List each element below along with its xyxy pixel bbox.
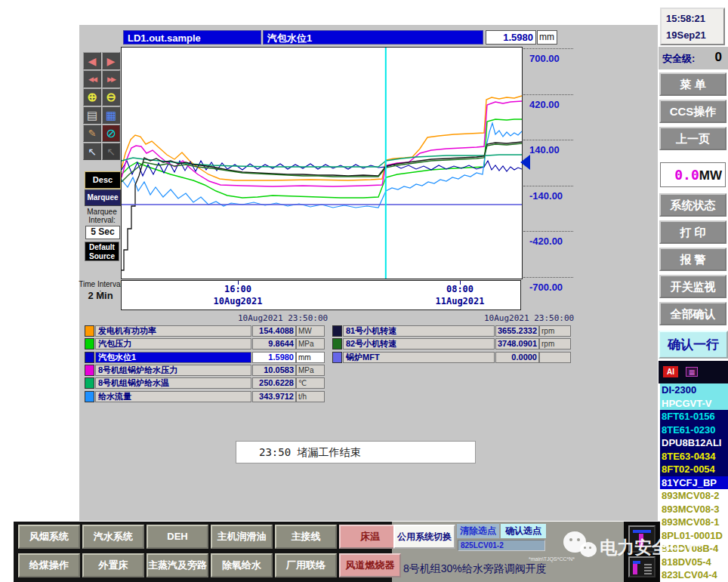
x-tick-date: 11Aug2021 [415, 295, 505, 307]
bottom-nav-button[interactable]: 主机润滑油 [211, 525, 273, 549]
alarm-tag-item[interactable]: 8PL01-0001D [660, 529, 728, 543]
table-row[interactable]: 8号机组锅炉给水温250.6228℃ [0, 377, 728, 389]
y-gridline [523, 186, 573, 186]
ai-alarm-badge[interactable]: AI [663, 366, 678, 377]
bottom-nav-button[interactable]: 厂用联络 [275, 553, 337, 577]
bottom-nav-button[interactable]: 风烟系统 [18, 525, 80, 549]
desc-button[interactable]: Desc [85, 171, 121, 189]
ack-one-line-button[interactable]: 确认一行 [659, 331, 728, 359]
table-row[interactable]: 82号小机转速3748.0901rpm [0, 338, 728, 350]
parameter-name[interactable]: 82号小机转速 [343, 338, 495, 350]
bottom-nav-button[interactable]: DEH [147, 525, 208, 549]
sidebar-button[interactable]: 打 印 [659, 220, 726, 244]
x-tick-time: 16:00 [193, 283, 283, 295]
alarm-tag-item[interactable]: 8TE63-0434 [660, 450, 728, 463]
fast-back-icon[interactable]: ◀◀ [83, 70, 101, 88]
alarm-tag-item[interactable]: 823LCV04-4 [660, 568, 728, 582]
sidebar-button[interactable]: 菜 单 [659, 72, 726, 96]
alarm-filter-icon[interactable]: ▦ [686, 367, 698, 377]
trend-plot[interactable] [121, 47, 523, 279]
sidebar-buttons-mid: 系统状态打 印报 警开关监视全部确认 [659, 193, 726, 329]
parameter-name[interactable]: 81号小机转速 [343, 325, 495, 337]
selected-point-tag[interactable]: 825LCV01-2 [458, 540, 545, 551]
alarm-tag-item[interactable]: 8TE61-0230 [660, 423, 728, 437]
parameter-name[interactable]: 给水流量 [95, 391, 251, 402]
series-color-swatch [85, 365, 94, 376]
step-back-icon[interactable]: ◀ [83, 52, 101, 69]
parameter-unit: MPa [296, 365, 325, 376]
marquee-interval-label: Marquee Interval: [80, 208, 124, 224]
sidebar-button[interactable]: CCS操作 [659, 100, 726, 123]
window-icon[interactable]: ▤ [83, 106, 101, 124]
alarm-tag-item[interactable]: HPCGVT-V [660, 397, 728, 411]
pens-icon[interactable]: ✎ [83, 125, 101, 142]
bottom-nav-button[interactable]: 汽水系统 [82, 525, 144, 549]
y-gridline [523, 277, 573, 278]
bottom-nav-row2: 给煤操作外置床主蒸汽及旁路除氧给水厂用联络风道燃烧器 [18, 553, 401, 577]
bottom-nav-button[interactable]: 风道燃烧器 [339, 553, 401, 577]
alarm-tag-item[interactable]: DI-2300 [660, 383, 728, 397]
selected-parameter-field[interactable]: 汽包水位1 [263, 30, 483, 45]
unit-load-display: 0.0MW [660, 162, 726, 187]
x-axis-label: 08:0011Aug2021 [415, 283, 505, 307]
common-system-switch-button[interactable]: 公用系统切换 [393, 525, 455, 549]
marquee-interval-value[interactable]: 5 Sec [85, 226, 120, 239]
parameter-unit [539, 352, 571, 363]
table-row[interactable]: 给水流量343.9712t/h [0, 391, 728, 402]
trend-tool-icon[interactable] [628, 525, 656, 553]
clear-point-button[interactable]: 清除选点 [457, 524, 499, 538]
parameter-unit: ℃ [296, 377, 325, 389]
bottom-nav-button[interactable]: 主接线 [275, 525, 337, 549]
table-row[interactable]: 81号小机转速3655.2332rpm [0, 325, 728, 337]
alarm-tag-item[interactable]: 81YCFJ_BP [660, 476, 728, 490]
no-entry-icon[interactable]: ⊘ [102, 125, 120, 142]
sidebar-button[interactable]: 全部确认 [659, 302, 726, 325]
parameter-name[interactable]: 8号机组锅炉给水压力 [95, 365, 251, 376]
cursor-alt-icon[interactable]: ↖ [102, 143, 120, 160]
alarm-tag-item[interactable]: 893MCV08-3 [660, 503, 728, 516]
sidebar-button[interactable]: 上一页 [659, 127, 726, 150]
alarm-tag-item[interactable]: 8FT61-0156 [660, 410, 728, 423]
alarm-tag-list: DI-2300HPCGVT-V8FT61-01568TE61-0230DPU8B… [660, 383, 728, 582]
marquee-button[interactable]: Marquee [85, 189, 121, 206]
step-forward-icon[interactable]: ▶ [102, 52, 120, 69]
sidebar-button[interactable]: 报 警 [659, 248, 726, 271]
table-row[interactable]: 8号机组锅炉给水压力10.0583MPa [0, 365, 728, 376]
default-source-button[interactable]: Default Source [85, 242, 119, 261]
parameter-name[interactable]: 8号机组锅炉给水温 [95, 377, 251, 389]
trend-source-field[interactable]: LD1.out.sample [123, 30, 261, 45]
alarm-tag-item[interactable]: DPU8B12ALI [660, 436, 728, 450]
parameter-value: 0.0000 [495, 352, 539, 363]
selected-point-description: 8号机组30%给水旁路调阀开度 [403, 562, 624, 576]
alarm-tag-item[interactable]: 893MCV08-2 [660, 489, 728, 503]
table-icon[interactable]: ▦ [102, 106, 120, 124]
bottom-nav-button[interactable]: 主蒸汽及旁路 [147, 553, 208, 577]
alarm-tag-item[interactable]: 8FT02-0054 [660, 463, 728, 476]
list-tool-icon[interactable] [628, 556, 656, 577]
current-value-marker-icon[interactable] [520, 155, 530, 170]
fast-forward-icon[interactable]: ▶▶ [102, 70, 120, 88]
bottom-nav-row1: 风烟系统汽水系统DEH主机润滑油主接线床温 [18, 525, 401, 549]
sidebar-button[interactable]: 开关监视 [659, 275, 726, 298]
alarm-indicator-panel: AI ▦ [659, 361, 728, 383]
confirm-point-button[interactable]: 确认选点 [501, 524, 546, 538]
bottom-nav-button[interactable]: 外置床 [82, 553, 144, 577]
series-color-swatch [332, 338, 342, 350]
y-axis-label: -700.00 [529, 282, 563, 293]
sidebar-button[interactable]: 系统状态 [659, 193, 726, 217]
alarm-tag-item[interactable]: 818DV08B-4 [660, 542, 728, 556]
series-color-swatch [85, 391, 94, 402]
zoom-in-icon[interactable]: ⊕ [83, 88, 101, 106]
zoom-out-icon[interactable]: ⊖ [102, 88, 120, 106]
annotation-box[interactable]: 23:50 堵漏工作结束 [236, 441, 476, 463]
time-interval-value[interactable]: 2 Min [78, 290, 123, 301]
cursor-icon[interactable]: ↖ [83, 143, 101, 160]
bottom-nav-button[interactable]: 除氧给水 [211, 553, 273, 577]
bottom-nav-button[interactable]: 床温 [339, 525, 401, 549]
alarm-tag-item[interactable]: 818DV05-4 [660, 556, 728, 569]
table-row[interactable]: 锅炉MFT0.0000 [0, 352, 728, 363]
current-value-field: 1.5980 [486, 30, 536, 45]
alarm-tag-item[interactable]: 893MCV08-1 [660, 516, 728, 529]
parameter-name[interactable]: 锅炉MFT [343, 352, 495, 363]
bottom-nav-button[interactable]: 给煤操作 [18, 553, 80, 577]
